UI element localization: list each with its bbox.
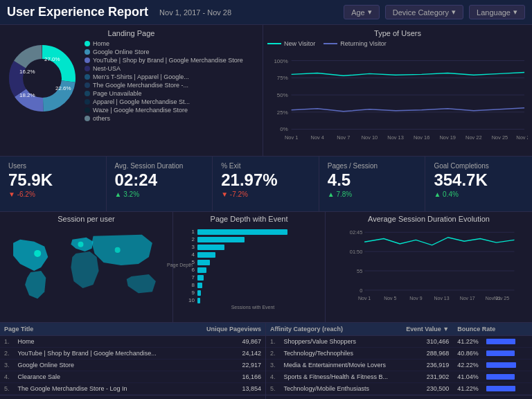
filter-bar: Age ▾ Device Category ▾ Language ▾ (344, 5, 525, 19)
table-row[interactable]: 4. Sports & Fitness/Health & Fitness B..… (266, 371, 532, 383)
table-row[interactable]: 5. The Google Merchandise Store - Log In… (0, 383, 265, 395)
row-num: 4. (0, 371, 14, 383)
world-map (3, 226, 170, 316)
depth-label: 5 (185, 259, 195, 265)
legend-item: Page Unavailable (85, 90, 258, 97)
table-row[interactable]: 2. Technology/Technophiles 288,968 40.86… (266, 348, 532, 360)
event-value-cell: 230,500 (393, 383, 454, 395)
date-range[interactable]: Nov 1, 2017 - Nov 28 (159, 8, 231, 17)
table-row[interactable]: 1. Home 49,867 (0, 336, 265, 348)
depth-row: 3 (185, 244, 321, 250)
depth-label: 7 (185, 274, 195, 281)
legend-dot (85, 74, 90, 80)
depth-row: 4 (185, 251, 321, 258)
depth-bar (197, 237, 245, 242)
type-users-legend: New Visitor Returning Visitor (267, 40, 528, 47)
page-depth-chart: 1 2 3 4 5 6 7 8 9 10 (185, 229, 321, 303)
table-row[interactable]: 3. Google Online Store 22,917 (0, 360, 265, 371)
table-row[interactable]: 3. Media & Entertainment/Movie Lovers 23… (266, 360, 532, 371)
page-depth-x-label: Sessions with Event (185, 305, 321, 310)
svg-text:0%: 0% (280, 126, 287, 132)
table-row[interactable]: 4. Clearance Sale 16,166 (0, 371, 265, 383)
svg-text:Nov 1: Nov 1 (285, 134, 298, 141)
affinity-cell: Sports & Fitness/Health & Fitness B... (280, 371, 393, 383)
legend-dot (85, 91, 90, 96)
kpi-card: Users 75.9K ▼ -6.2% (0, 157, 107, 211)
row-num: 4. (266, 371, 280, 383)
age-filter[interactable]: Age ▾ (344, 5, 380, 19)
landing-inner: 16.2% 27.0% 22.6% 18.2% HomeGoogle Onlin… (4, 40, 258, 122)
pageviews-cell: 24,142 (186, 348, 265, 360)
page-title-header: Page Title (0, 323, 186, 336)
kpi-label: Pages / Session (328, 162, 417, 170)
legend-dot (85, 116, 90, 121)
page-title-cell: Home (14, 336, 187, 348)
depth-bar (197, 260, 210, 265)
depth-bar (197, 245, 224, 250)
kpi-change: ▲ 3.2% (115, 190, 204, 198)
affinity-cell: Technology/Mobile Enthusiasts (280, 383, 393, 395)
pageviews-cell: 22,917 (186, 360, 265, 371)
row-num: 2. (0, 348, 14, 360)
affinity-cell: Technology/Technophiles (280, 348, 393, 360)
kpi-change: ▼ -6.2% (8, 190, 98, 198)
svg-text:Nov 4: Nov 4 (311, 134, 324, 141)
svg-text:Nov 13: Nov 13 (434, 296, 450, 301)
legend-dot (85, 57, 90, 63)
svg-text:Nov 1: Nov 1 (358, 296, 371, 301)
depth-row: 8 (185, 282, 321, 288)
legend-dot (85, 41, 90, 46)
event-value-header[interactable]: Event Value ▼ (393, 323, 454, 336)
legend-item: others (85, 115, 258, 122)
affinity-header: Affinity Category (reach) (266, 323, 393, 336)
depth-row: 10 (185, 297, 321, 303)
kpi-value: 02:24 (115, 171, 204, 189)
svg-text:55: 55 (357, 268, 362, 274)
depth-row: 6 (185, 267, 321, 273)
svg-text:Nov 25: Nov 25 (492, 134, 508, 141)
returning-visitor-legend: Returning Visitor (323, 40, 386, 47)
depth-label: 3 (185, 244, 195, 250)
bounce-bar (486, 351, 515, 356)
page-title-cell: YouTube | Shop by Brand | Google Merchan… (14, 348, 187, 360)
table-row[interactable]: 5. Technology/Mobile Enthusiasts 230,500… (266, 383, 532, 395)
legend-item: Apparel | Google Merchandise St... (85, 98, 258, 105)
depth-bar (197, 252, 215, 258)
page-depth-title: Page Depth with Event (177, 215, 321, 223)
legend-item: Home (85, 40, 258, 47)
bounce-bar (486, 339, 515, 344)
depth-label: 8 (185, 282, 195, 288)
event-value-cell: 288,968 (393, 348, 454, 360)
report-title: User Experience Report (7, 5, 148, 19)
kpi-value: 21.97% (221, 171, 310, 189)
svg-text:Nov 28: Nov 28 (516, 134, 528, 141)
svg-text:0: 0 (360, 287, 362, 294)
legend-item: Google Online Store (85, 48, 258, 55)
svg-text:Nov 19: Nov 19 (439, 134, 455, 141)
svg-point-33 (115, 247, 121, 253)
row-num: 2. (266, 348, 280, 360)
svg-text:Nov 9: Nov 9 (409, 296, 422, 301)
depth-label: 2 (185, 236, 195, 242)
bounce-rate-cell: 41.22% (453, 383, 532, 395)
table-row[interactable]: 2. YouTube | Shop by Brand | Google Merc… (0, 348, 265, 360)
table-row: Page Title Unique Pageviews 1. Home 49,8… (0, 323, 532, 399)
session-map-title: Session per user (3, 215, 170, 223)
bounce-bar (486, 362, 516, 368)
svg-text:75%: 75% (277, 75, 288, 81)
device-filter[interactable]: Device Category ▾ (385, 5, 463, 19)
svg-text:16.2%: 16.2% (19, 69, 35, 75)
table-row[interactable]: 1. Shoppers/Value Shoppers 310,466 41.22… (266, 336, 532, 348)
new-visitor-line (267, 43, 281, 44)
svg-text:Nov 16: Nov 16 (414, 134, 429, 141)
left-table: Page Title Unique Pageviews 1. Home 49,8… (0, 323, 265, 395)
bounce-rate-cell: 42.22% (453, 360, 532, 371)
depth-label: 10 (185, 297, 195, 303)
page-depth-section: Page Depth with Event Page Depth 1 2 3 4… (173, 212, 326, 322)
svg-point-32 (78, 242, 83, 247)
language-filter[interactable]: Language ▾ (469, 5, 525, 19)
depth-row: 1 (185, 229, 321, 235)
donut-chart: 16.2% 27.0% 22.6% 18.2% (4, 40, 80, 116)
svg-text:25%: 25% (277, 109, 288, 116)
legend-dot (85, 99, 90, 105)
